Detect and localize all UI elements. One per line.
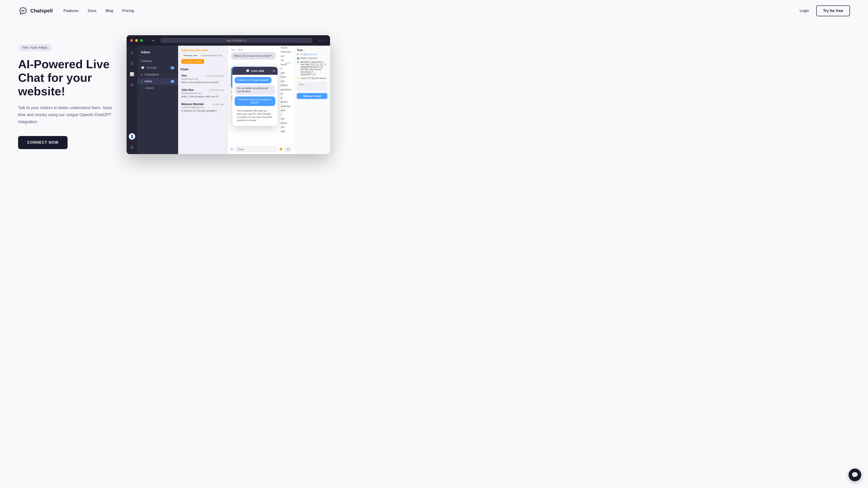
inbox-label: Inbox bbox=[137, 48, 178, 58]
live-chat-title: Live chat bbox=[251, 69, 264, 72]
sr-email: ✉ tom@icloud.com bbox=[297, 53, 327, 56]
active-badge: 3 bbox=[170, 80, 175, 83]
active-item[interactable]: ● Active 3 bbox=[137, 78, 178, 85]
nav-links: Features Docs Blog Pricing bbox=[64, 8, 134, 13]
chat-name-john: John Doe bbox=[181, 88, 194, 92]
connect-website-button[interactable]: Connect website bbox=[181, 59, 204, 64]
reply-bar: 📎 😊 ➤ bbox=[228, 144, 294, 154]
sr-email-link[interactable]: tom@icloud.com bbox=[300, 53, 317, 56]
chat-preview-mateusz: Is delivery to Chicago available? bbox=[181, 109, 224, 112]
chat-fab-icon: 💬 bbox=[851, 472, 858, 478]
catalogs-item[interactable]: Catalogs bbox=[137, 58, 178, 64]
close-icon[interactable]: ✕ bbox=[273, 69, 275, 73]
logo-icon bbox=[18, 6, 28, 16]
chat-item-john[interactable]: John Doe 10 minutes ago johndoe@gmail.co… bbox=[178, 86, 228, 100]
lc-bubble-3: Thank you very much, buying my new PC! bbox=[235, 96, 275, 106]
sidebar-home-icon[interactable]: ⌂ bbox=[129, 49, 135, 56]
catalogs-label: Catalogs bbox=[141, 59, 152, 63]
sidebar-settings-icon[interactable]: ⚙ bbox=[129, 82, 135, 88]
chat-email-tom: tom@icloud.com bbox=[181, 78, 224, 80]
connect-now-button[interactable]: CONNECT NOW bbox=[18, 136, 68, 149]
closed-label: Closed bbox=[145, 87, 153, 90]
chat-item-mateusz[interactable]: Mateusz Wozniak an hour ago matsiek11@gm… bbox=[178, 100, 228, 115]
all-chats-item[interactable]: 💬 All chats 3 bbox=[137, 64, 178, 71]
unassigned-label: Unassigned bbox=[145, 73, 159, 76]
logo-text: Chatspell bbox=[30, 8, 53, 14]
chat-email-mateusz: matsiek11@gmail.com bbox=[181, 106, 224, 109]
hero-subtitle: Talk to your visitors to better understa… bbox=[18, 104, 113, 125]
live-chat-messages: Is delivery to Chicago available? Yes, w… bbox=[232, 75, 278, 126]
try-free-button[interactable]: Try for free bbox=[816, 5, 850, 16]
chat-email-john: johndoe@gmail.com bbox=[181, 92, 224, 94]
live-chat-header: 💬 Live chat ✕ bbox=[232, 67, 278, 75]
bubble-question-1: What is the product return period? bbox=[231, 52, 276, 60]
chat-messages: Tom - 19:33 What is the product return p… bbox=[228, 46, 294, 144]
hero-left: TRY FOR FREE AI-Powered Live Chat for yo… bbox=[18, 35, 113, 149]
hero-title: AI-Powered Live Chat for your website! bbox=[18, 58, 113, 98]
agent-reply-area: You're welcome! Let me know if you have … bbox=[278, 46, 284, 133]
chat-preview-tom: What is the product return period? bbox=[181, 81, 224, 84]
sidebar-right: Tom ✉ tom@icloud.com 🌍 Berlin, Germany 🖥… bbox=[294, 46, 330, 154]
reply-input[interactable] bbox=[235, 146, 277, 152]
mark-closed-button[interactable]: Mark as closed bbox=[297, 93, 327, 99]
nav-right: Login Try for free bbox=[800, 5, 850, 16]
live-chat-popup: 💬 Live chat ✕ Is delivery to Chicago ava… bbox=[232, 67, 278, 126]
browser-icon: 🖥 bbox=[297, 61, 299, 63]
sidebar-stats-icon[interactable]: 📊 bbox=[129, 71, 135, 77]
login-link[interactable]: Login bbox=[800, 8, 809, 13]
attachment-icon[interactable]: 📎 bbox=[230, 148, 234, 151]
chat-time-john: 10 minutes ago bbox=[209, 89, 224, 91]
active-label: Active bbox=[145, 80, 152, 83]
chats-title: Chats bbox=[180, 68, 188, 71]
window-bar: ◀ app.chatspell.co ⬆ ＋ □ bbox=[127, 35, 330, 46]
app-sidebar: ⌂ ☰ 📊 ⚙ 👤 ⊞ bbox=[127, 46, 137, 154]
app-window: ◀ app.chatspell.co ⬆ ＋ □ ⌂ ☰ 📊 ⚙ 👤 ⊞ bbox=[127, 35, 330, 154]
nav-features[interactable]: Features bbox=[64, 8, 79, 13]
location-icon: 🌍 bbox=[297, 57, 300, 59]
lc-bubble-2: Yes, we deliver our products all over Am… bbox=[235, 85, 275, 95]
sr-location: 🌍 Berlin, Germany bbox=[297, 57, 327, 59]
dot-green bbox=[140, 39, 143, 42]
chat-time-mateusz: an hour ago bbox=[213, 103, 224, 105]
sidebar-catalog-icon[interactable]: ☰ bbox=[129, 60, 135, 66]
chat-name-mateusz: Mateusz Wozniak bbox=[181, 103, 204, 106]
hero-right: ◀ app.chatspell.co ⬆ ＋ □ ⌂ ☰ 📊 ⚙ 👤 ⊞ bbox=[127, 35, 850, 154]
chat-name-tom: Tom bbox=[181, 74, 187, 77]
sr-tokens-text: Used 172 OpenAI tokens bbox=[301, 77, 326, 79]
nav-pricing[interactable]: Pricing bbox=[122, 8, 134, 13]
inbox-panel: Inbox Catalogs 💬 All chats 3 ● Unassigne… bbox=[137, 46, 178, 154]
nav-left: Chatspell Features Docs Blog Pricing bbox=[18, 6, 134, 16]
dot-yellow bbox=[135, 39, 138, 42]
unassigned-item[interactable]: ● Unassigned bbox=[137, 71, 178, 78]
sidebar-grid-icon[interactable]: ⊞ bbox=[129, 144, 135, 151]
try-badge: TRY FOR FREE bbox=[18, 44, 52, 51]
example-website: examplewebsite.com bbox=[201, 54, 222, 57]
chat-item-tom[interactable]: Tom a few seconds ago tom@icloud.com Wha… bbox=[178, 72, 228, 86]
all-chats-label: All chats bbox=[146, 66, 156, 69]
window-body: ⌂ ☰ 📊 ⚙ 👤 ⊞ Inbox Catalogs 💬 bbox=[127, 46, 330, 154]
hero-section: TRY FOR FREE AI-Powered Live Chat for yo… bbox=[0, 22, 868, 180]
dot-red bbox=[130, 39, 133, 42]
chat-preview-john: Hello, I have problem with new PC bbox=[181, 95, 224, 98]
chat-fab[interactable]: 💬 bbox=[848, 468, 861, 481]
sidebar-avatar-icon[interactable]: 👤 bbox=[129, 133, 135, 140]
chat-main: Tom - 19:33 What is the product return p… bbox=[228, 46, 294, 154]
all-chats-badge: 3 bbox=[170, 66, 175, 69]
sr-location-text: Berlin, Germany bbox=[301, 57, 317, 59]
email-icon: ✉ bbox=[297, 53, 299, 56]
lc-bubble-4: You're welcome! We hope you enjoy your n… bbox=[235, 108, 275, 124]
sr-tokens: ⚡ Used 172 OpenAI tokens bbox=[297, 77, 327, 79]
svg-rect-0 bbox=[18, 6, 28, 16]
send-button[interactable]: ➤ bbox=[284, 146, 291, 152]
closed-item[interactable]: ✓ Closed bbox=[137, 85, 178, 92]
lc-bubble-1: Is delivery to Chicago available? bbox=[235, 77, 272, 84]
nav-blog[interactable]: Blog bbox=[105, 8, 113, 13]
logo[interactable]: Chatspell bbox=[18, 6, 53, 16]
tokens-icon: ⚡ bbox=[297, 77, 300, 79]
sr-name: Tom bbox=[297, 48, 327, 52]
emoji-icon[interactable]: 😊 bbox=[279, 148, 283, 151]
live-chat-icon: 💬 bbox=[246, 69, 250, 72]
notes-area[interactable]: Notes... bbox=[297, 82, 327, 91]
manage-plan-button[interactable]: Manage plan bbox=[181, 53, 200, 58]
nav-docs[interactable]: Docs bbox=[88, 8, 96, 13]
